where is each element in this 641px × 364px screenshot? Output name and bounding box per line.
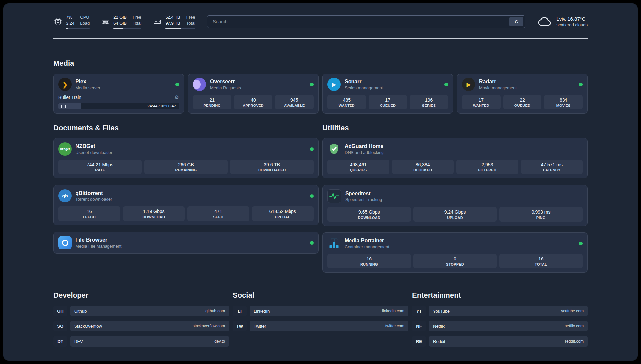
sonarr-desc: Series management: [345, 85, 383, 90]
stat-remaining: 266 GB REMAINING: [144, 160, 228, 174]
card-portainer[interactable]: Media Portainer Container management 16 …: [322, 232, 588, 273]
bookmark-name: Twitter: [254, 324, 266, 329]
pause-icon[interactable]: [61, 105, 66, 108]
bookmark-stackoverflow[interactable]: SO StackOverflowstackoverflow.com: [53, 321, 229, 331]
bookmark-name: LinkedIn: [254, 309, 270, 314]
card-nzbget[interactable]: nzbget NZBGet Usenet downloader 744.21 M…: [53, 138, 319, 178]
section-title-entertainment: Entertainment: [412, 291, 588, 300]
status-dot: [175, 83, 179, 86]
status-dot: [310, 147, 314, 151]
cpu-widget: 7% 3.24 CPU Load: [53, 15, 90, 29]
nzbget-icon-label: nzbget: [60, 147, 70, 151]
disk-icon: [153, 17, 162, 26]
play-glyph: ▶: [467, 81, 471, 88]
ram-total-label: Total: [133, 20, 141, 26]
bookmark-abbr: RE: [412, 336, 426, 347]
ram-icon: [101, 17, 110, 26]
stat-seed: 471 SEED: [187, 206, 249, 221]
bookmark-name: Netflix: [433, 324, 445, 329]
bookmark-abbr: DT: [53, 336, 67, 347]
radarr-icon: ▶: [462, 78, 475, 91]
stat-queries: 498,461 QUERIES: [327, 160, 389, 174]
topbar: 7% 3.24 CPU Load: [53, 3, 588, 29]
bookmark-domain: github.com: [205, 309, 225, 313]
stat-approved: 40 APPROVED: [234, 95, 273, 109]
stat-queued: 22 QUEUED: [503, 95, 542, 109]
status-dot: [310, 241, 314, 245]
plex-desc: Media server: [76, 85, 100, 90]
adguard-desc: DNS and adblocking: [345, 150, 384, 155]
stat-filtered: 2,953 FILTERED: [456, 160, 518, 174]
bookmark-name: DEV: [74, 339, 83, 344]
bookmark-abbr: YT: [412, 306, 426, 316]
bookmark-netflix[interactable]: NF Netflixnetflix.com: [412, 321, 588, 331]
card-qbittorrent[interactable]: qb qBittorrent Torrent downloader 16 LEE…: [53, 185, 319, 225]
bookmark-group-social: Social LI LinkedInlinkedin.com TW Twitte…: [233, 291, 408, 336]
card-sonarr[interactable]: ▶ Sonarr Series management 485 WANTED 17…: [322, 74, 453, 114]
bookmark-name: Reddit: [433, 339, 445, 344]
stat-upload: 618.52 Mbps UPLOAD: [252, 206, 314, 221]
bookmark-linkedin[interactable]: LI LinkedInlinkedin.com: [233, 306, 408, 316]
bookmark-youtube[interactable]: YT YouTubeyoutube.com: [412, 306, 588, 316]
dashboard-window: 7% 3.24 CPU Load: [3, 3, 638, 361]
bookmark-abbr: TW: [233, 321, 247, 331]
bookmark-group-developer: Developer GH Githubgithub.com SO StackOv…: [53, 291, 229, 351]
bookmark-abbr: SO: [53, 321, 67, 331]
playback-progress-bar[interactable]: 24:44 / 02:06:47: [58, 103, 179, 109]
documents-column: Documents & Files nzbget NZBGet Usenet d…: [53, 124, 319, 254]
ram-total-value: 64 GiB: [113, 20, 127, 26]
card-radarr[interactable]: ▶ Radarr Movie management 17 WANTED 22 Q…: [457, 74, 588, 114]
search-input[interactable]: [212, 19, 509, 25]
now-playing-title: Bullet Train: [58, 95, 81, 100]
card-plex[interactable]: ❯ Plex Media server Bullet Train ⚙ 24:44…: [53, 74, 184, 114]
adguard-name: AdGuard Home: [345, 143, 384, 149]
bookmark-github[interactable]: GH Githubgithub.com: [53, 306, 229, 316]
sonarr-name: Sonarr: [345, 78, 383, 85]
card-filebrowser[interactable]: File Browser Media File Management: [53, 232, 319, 254]
disk-free-label: Free: [186, 15, 195, 20]
bookmark-abbr: LI: [233, 306, 247, 316]
card-overseerr[interactable]: Overseerr Media Requests 21 PENDING 40 A…: [188, 74, 319, 114]
cloud-icon: [537, 15, 552, 28]
search-engine-button[interactable]: G: [509, 17, 523, 26]
stat-ping: 0.993 ms PING: [499, 207, 583, 222]
media-grid: ❯ Plex Media server Bullet Train ⚙ 24:44…: [53, 74, 588, 114]
bookmark-reddit[interactable]: RE Redditreddit.com: [412, 336, 588, 347]
overseerr-desc: Media Requests: [210, 85, 241, 90]
ram-free-label: Free: [133, 15, 141, 20]
section-title-developer: Developer: [53, 291, 229, 300]
bookmark-dev[interactable]: DT DEVdev.to: [53, 336, 229, 347]
plex-chevron-glyph: ❯: [62, 81, 68, 88]
portainer-desc: Container management: [345, 244, 389, 249]
status-dot: [579, 242, 583, 245]
bookmark-domain: reddit.com: [565, 339, 584, 344]
topbar-divider: [53, 38, 588, 39]
card-adguard[interactable]: AdGuard Home DNS and adblocking 498,461 …: [322, 138, 588, 178]
stat-rate: 744.21 Mbps RATE: [58, 160, 142, 174]
weather-condition: scattered clouds: [556, 22, 588, 27]
nzbget-name: NZBGet: [76, 143, 112, 149]
bookmark-domain: linkedin.com: [382, 309, 404, 313]
disk-widget: 52.4 TB 97.9 TB Free Total: [153, 15, 195, 29]
stat-pending: 21 PENDING: [193, 95, 231, 109]
play-glyph: ▶: [332, 81, 336, 88]
bookmark-twitter[interactable]: TW Twittertwitter.com: [233, 321, 408, 331]
stat-wanted: 485 WANTED: [327, 95, 366, 109]
radarr-desc: Movie management: [479, 85, 517, 90]
cpu-icon: [53, 17, 63, 26]
card-speedtest[interactable]: Speedtest Speedtest Tracking 9.65 Gbps D…: [322, 185, 588, 226]
stat-latency: 47.571 ms LATENCY: [521, 160, 583, 174]
gear-icon[interactable]: ⚙: [175, 94, 179, 100]
status-dot: [444, 83, 448, 86]
section-title-documents: Documents & Files: [53, 124, 319, 132]
speedtest-graph-icon: [327, 189, 341, 203]
disk-total-label: Total: [186, 20, 195, 26]
qbittorrent-name: qBittorrent: [76, 190, 112, 196]
stat-upload: 9.24 Gbps UPLOAD: [413, 207, 497, 222]
nzbget-icon: nzbget: [58, 142, 72, 156]
ram-widget: 22 GiB 64 GiB Free Total: [101, 15, 141, 29]
disk-free-value: 52.4 TB: [165, 15, 180, 20]
stat-stopped: 0 STOPPED: [413, 254, 497, 268]
portainer-name: Media Portainer: [345, 237, 389, 244]
radarr-name: Radarr: [479, 78, 517, 85]
